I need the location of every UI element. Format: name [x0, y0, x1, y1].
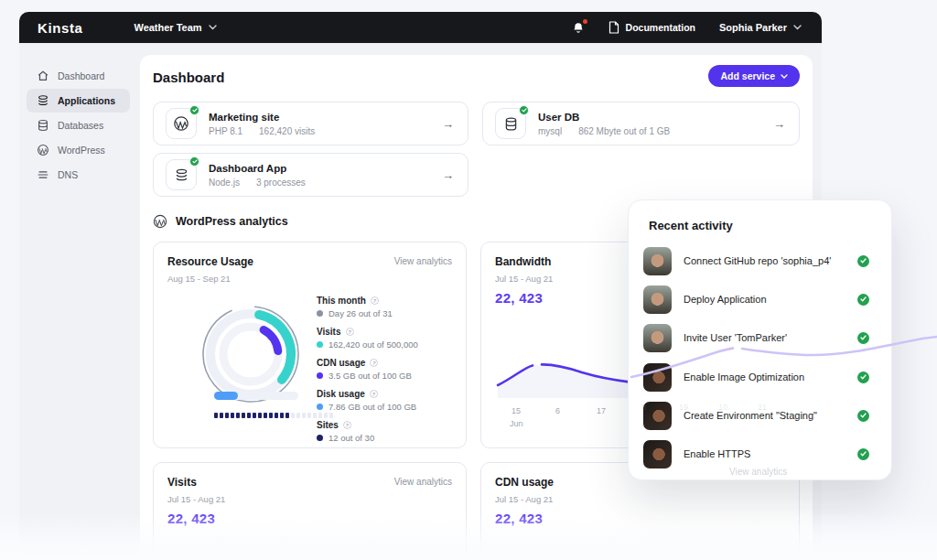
date-range: Aug 15 - Sep 21	[167, 274, 231, 284]
info-icon[interactable]: ?	[371, 296, 379, 305]
activity-label: Enable Image Optimization	[684, 372, 804, 382]
sites-dot	[253, 413, 256, 418]
notification-dot	[583, 19, 587, 24]
sites-dot	[247, 413, 251, 418]
database-icon	[37, 119, 49, 132]
sites-dot	[302, 413, 306, 418]
chevron-down-icon	[793, 25, 802, 30]
home-icon	[37, 70, 49, 82]
sidebar-item-dns[interactable]: DNS	[27, 163, 130, 187]
x-sub-tick: Jun	[510, 419, 523, 428]
activity-row[interactable]: Enable HTTPS	[629, 435, 891, 473]
bandwidth-value: 22, 423	[495, 290, 543, 306]
view-analytics-link[interactable]: View analytics	[394, 477, 452, 487]
success-check-icon	[857, 410, 869, 422]
page: Kinsta Weather Team Documentation Sophia…	[0, 0, 937, 560]
sidebar-label: Applications	[58, 95, 115, 106]
service-tech: mysql	[538, 126, 562, 136]
sidebar-label: DNS	[58, 169, 78, 180]
documentation-label: Documentation	[626, 22, 695, 33]
sidebar-item-databases[interactable]: Databases	[27, 113, 130, 137]
success-check-icon	[857, 372, 869, 383]
sidebar: Dashboard Applications Databases WordPre…	[19, 43, 137, 560]
service-stat: 862 Mbyte out of 1 GB	[578, 126, 670, 136]
x-tick: 6	[555, 406, 560, 415]
stack-icon	[37, 94, 49, 107]
service-text: Marketing site PHP 8.1162,420 visits	[209, 112, 315, 136]
activity-row[interactable]: Connect GitHub repo 'sophia_p4'	[629, 242, 891, 280]
arrow-right-icon[interactable]: →	[442, 117, 454, 131]
success-check-icon	[857, 332, 869, 344]
legend-value: 12 out of 30	[328, 433, 374, 443]
service-text: Dashboard App Node.js3 processes	[209, 163, 306, 188]
activity-row[interactable]: Deploy Application	[629, 280, 891, 318]
activity-row[interactable]: Create Environment "Staging"	[629, 396, 891, 435]
arrow-right-icon[interactable]: →	[773, 117, 785, 131]
avatar	[643, 402, 672, 430]
sites-dot	[214, 413, 218, 418]
view-analytics-link[interactable]: View analytics	[394, 256, 452, 266]
card-title: CDN usage	[495, 476, 554, 489]
service-stat: 3 processes	[256, 178, 306, 188]
chevron-down-icon	[209, 25, 217, 30]
database-icon	[495, 108, 526, 139]
kinsta-logo[interactable]: Kinsta	[38, 20, 82, 36]
legend-label: CDN usage	[317, 358, 365, 368]
legend-item: This month? Day 26 out of 31	[317, 296, 418, 318]
date-range: Jul 15 - Aug 21	[167, 494, 225, 504]
activity-label: Enable HTTPS	[684, 448, 750, 459]
sidebar-item-applications[interactable]: Applications	[27, 89, 130, 113]
activity-row[interactable]: Invite User 'TomParker'	[629, 318, 891, 357]
notifications-bell-icon[interactable]	[572, 21, 585, 35]
legend-label: Sites	[317, 420, 339, 430]
user-name: Sophia Parker	[719, 22, 787, 33]
activity-label: Create Environment "Staging"	[684, 410, 817, 421]
info-icon[interactable]: ?	[346, 328, 354, 336]
sites-dot-bar	[214, 413, 333, 418]
arrow-right-icon[interactable]: →	[442, 168, 454, 182]
visits-card: Visits View analytics Jul 15 - Aug 21 22…	[153, 462, 467, 560]
sidebar-item-wordpress[interactable]: WordPress	[27, 138, 130, 162]
legend-dot	[317, 341, 323, 348]
activity-row[interactable]: Enable Image Optimization	[629, 358, 891, 396]
sites-dot	[225, 413, 229, 418]
sites-dot	[285, 413, 289, 418]
info-icon[interactable]: ?	[370, 390, 378, 398]
activity-label: Deploy Application	[684, 294, 767, 305]
add-service-button[interactable]: Add service	[708, 65, 800, 87]
legend-item: CDN usage? 3.5 GB out of 100 GB	[317, 358, 418, 381]
cdn-value: 22, 423	[495, 511, 543, 526]
service-tech: PHP 8.1	[209, 126, 242, 136]
legend-item: Sites? 12 out of 30	[317, 420, 418, 443]
service-name: Dashboard App	[209, 163, 306, 174]
user-menu[interactable]: Sophia Parker	[719, 22, 802, 33]
service-card-marketing-site[interactable]: Marketing site PHP 8.1162,420 visits →	[153, 102, 468, 145]
sites-dot	[280, 413, 284, 418]
service-card-user-db[interactable]: User DB mysql862 Mbyte out of 1 GB →	[482, 102, 800, 145]
team-selector[interactable]: Weather Team	[134, 22, 216, 33]
sites-dot	[307, 413, 311, 418]
sites-dot	[275, 413, 278, 418]
recent-activity-title: Recent activity	[649, 219, 733, 232]
success-check-icon	[857, 294, 869, 306]
documentation-link[interactable]: Documentation	[609, 21, 695, 34]
sites-dot	[258, 413, 262, 418]
sites-dot	[242, 413, 245, 418]
service-card-dashboard-app[interactable]: Dashboard App Node.js3 processes →	[153, 153, 468, 197]
recent-activity-panel: Recent activity Connect GitHub repo 'sop…	[628, 199, 892, 480]
topbar: Kinsta Weather Team Documentation Sophia…	[19, 12, 822, 43]
sidebar-label: Databases	[58, 120, 103, 131]
info-icon[interactable]: ?	[343, 421, 351, 429]
sites-dot	[264, 413, 267, 418]
info-icon[interactable]: ?	[370, 359, 378, 367]
disk-usage-bar	[214, 392, 298, 400]
sites-dot	[231, 413, 234, 418]
sidebar-item-dashboard[interactable]: Dashboard	[27, 64, 130, 88]
wordpress-icon	[166, 108, 197, 139]
success-check-icon	[857, 255, 869, 267]
sites-dot	[236, 413, 240, 418]
sites-dot	[269, 413, 273, 418]
team-name: Weather Team	[134, 22, 201, 33]
legend-dot	[317, 435, 323, 441]
legend-label: Disk usage	[317, 389, 365, 399]
